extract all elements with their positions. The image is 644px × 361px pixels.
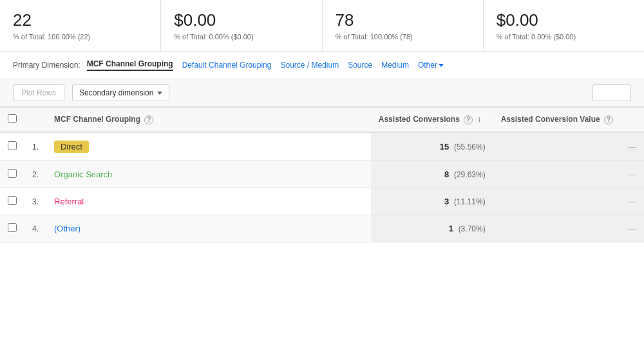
conv-pct-4: (3.70%) (459, 224, 486, 233)
td-dash-1: — (493, 132, 644, 161)
td-channel-1: Direct (46, 132, 371, 161)
td-conv-4: 1 (3.70%) (371, 215, 493, 242)
table-row: 4. (Other) 1 (3.70%) — (0, 215, 644, 242)
metric-sub-2: % of Total: 0.00% ($0.00) (174, 33, 308, 41)
td-conv-2: 8 (29.63%) (371, 161, 493, 188)
metric-value-1: 22 (13, 10, 147, 30)
td-dash-4: — (493, 215, 644, 242)
td-channel-3: Referral (46, 188, 371, 215)
row-1-num: 1. (32, 142, 39, 151)
metric-cell-1: 22 % of Total: 100.00% (22) (0, 0, 161, 51)
data-table: MCF Channel Grouping ? Assisted Conversi… (0, 107, 644, 242)
th-assisted-conversions: Assisted Conversions ? ↓ (371, 108, 493, 133)
metric-sub-3: % of Total: 100.00% (78) (336, 33, 470, 41)
dim-link-source[interactable]: Source (348, 61, 372, 70)
td-num-1: 1. (24, 132, 46, 161)
conv-val-3: 3 (444, 197, 449, 206)
row-3-num: 3. (32, 197, 39, 206)
conv-pct-2: (29.63%) (454, 170, 486, 179)
metric-cell-2: $0.00 % of Total: 0.00% ($0.00) (161, 0, 322, 51)
conv-val-4: 1 (449, 224, 453, 233)
metric-sub-4: % of Total: 0.00% ($0.00) (497, 33, 631, 41)
dim-other-label: Other (418, 61, 437, 70)
sort-down-icon[interactable]: ↓ (478, 115, 482, 124)
th-checkbox (0, 108, 24, 133)
dim-active: MCF Channel Grouping (87, 59, 173, 71)
metric-cell-4: $0.00 % of Total: 0.00% ($0.00) (484, 0, 644, 51)
th-num (24, 108, 46, 133)
td-checkbox-2 (0, 161, 24, 188)
metric-value-4: $0.00 (497, 10, 631, 30)
assisted-conversion-value-help-icon[interactable]: ? (604, 115, 613, 124)
td-checkbox-1 (0, 132, 24, 161)
conv-val-1: 15 (440, 142, 449, 151)
conv-pct-1: (55.56%) (454, 142, 486, 151)
channel-tag-organic[interactable]: Organic Search (54, 170, 112, 179)
td-dash-3: — (493, 188, 644, 215)
search-input[interactable] (592, 84, 631, 101)
metrics-row: 22 % of Total: 100.00% (22) $0.00 % of T… (0, 0, 644, 52)
secondary-dimension-arrow-icon (157, 92, 162, 95)
channel-tag-referral[interactable]: Referral (54, 197, 84, 206)
row-4-checkbox[interactable] (8, 223, 17, 232)
row-2-num: 2. (32, 170, 39, 179)
dim-link-source-medium[interactable]: Source / Medium (280, 61, 339, 70)
select-all-checkbox[interactable] (8, 114, 17, 123)
td-num-3: 3. (24, 188, 46, 215)
conv-val-2: 8 (444, 170, 449, 179)
metric-cell-3: 78 % of Total: 100.00% (78) (323, 0, 484, 51)
th-dimension-label: MCF Channel Grouping (54, 115, 140, 124)
row-4-num: 4. (32, 224, 39, 233)
row-1-checkbox[interactable] (8, 141, 17, 150)
channel-tag-other[interactable]: (Other) (54, 224, 80, 233)
th-assisted-conversions-label: Assisted Conversions (379, 115, 460, 124)
td-channel-2: Organic Search (46, 161, 371, 188)
th-assisted-conversion-value: Assisted Conversion Value ? (493, 108, 644, 133)
metric-sub-1: % of Total: 100.00% (22) (13, 33, 147, 41)
dim-link-default-channel[interactable]: Default Channel Grouping (182, 61, 272, 70)
td-checkbox-3 (0, 188, 24, 215)
td-num-4: 4. (24, 215, 46, 242)
channel-tag-direct[interactable]: Direct (54, 141, 89, 153)
secondary-dimension-label: Secondary dimension (79, 88, 153, 97)
td-conv-1: 15 (55.56%) (371, 132, 493, 161)
td-conv-3: 3 (11.11%) (371, 188, 493, 215)
th-assisted-conversion-value-label: Assisted Conversion Value (501, 115, 600, 124)
secondary-dimension-select[interactable]: Secondary dimension (72, 84, 169, 101)
table-body: 1. Direct 15 (55.56%) — 2. Organic Searc… (0, 132, 644, 242)
td-num-2: 2. (24, 161, 46, 188)
td-dash-2: — (493, 161, 644, 188)
dim-other-dropdown[interactable]: Other (418, 61, 444, 70)
dim-link-medium[interactable]: Medium (381, 61, 409, 70)
toolbar: Plot Rows Secondary dimension (0, 79, 644, 107)
table-header-row: MCF Channel Grouping ? Assisted Conversi… (0, 108, 644, 133)
chevron-down-icon (439, 64, 444, 67)
row-3-checkbox[interactable] (8, 196, 17, 205)
dimension-help-icon[interactable]: ? (144, 115, 153, 124)
table-row: 3. Referral 3 (11.11%) — (0, 188, 644, 215)
td-channel-4: (Other) (46, 215, 371, 242)
conv-pct-3: (11.11%) (454, 197, 486, 206)
primary-dimension-bar: Primary Dimension: MCF Channel Grouping … (0, 52, 644, 79)
row-2-checkbox[interactable] (8, 169, 17, 178)
table-row: 2. Organic Search 8 (29.63%) — (0, 161, 644, 188)
plot-rows-button[interactable]: Plot Rows (13, 84, 64, 101)
assisted-conversions-help-icon[interactable]: ? (464, 115, 473, 124)
td-checkbox-4 (0, 215, 24, 242)
metric-value-3: 78 (336, 10, 470, 30)
table-row: 1. Direct 15 (55.56%) — (0, 132, 644, 161)
metric-value-2: $0.00 (174, 10, 308, 30)
primary-dimension-label: Primary Dimension: (13, 61, 80, 70)
th-dimension: MCF Channel Grouping ? (46, 108, 371, 133)
